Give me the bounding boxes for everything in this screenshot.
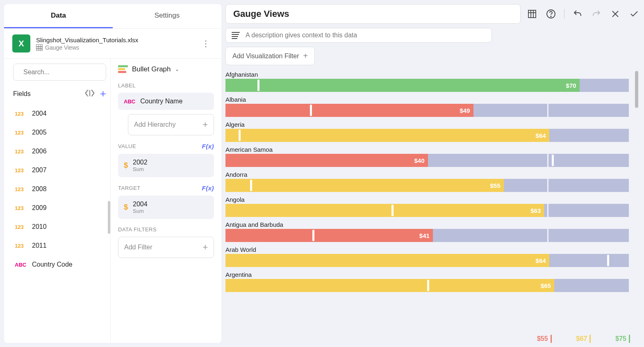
field-row[interactable]: 1232011 bbox=[13, 236, 106, 255]
text-type-icon: ABC bbox=[15, 262, 28, 268]
chart-row-label: Albania bbox=[225, 96, 630, 103]
chart-scrollbar[interactable] bbox=[635, 71, 638, 108]
number-type-icon: 123 bbox=[15, 224, 28, 230]
ai-suggest-icon[interactable] bbox=[85, 89, 94, 99]
field-row[interactable]: 1232004 bbox=[13, 104, 106, 123]
target-pill-name: 2004 bbox=[133, 201, 148, 208]
field-row[interactable]: 1232007 bbox=[13, 161, 106, 180]
legend-item: $67 bbox=[576, 335, 591, 343]
chart-value-fill bbox=[428, 279, 549, 292]
search-box[interactable] bbox=[13, 64, 106, 81]
number-type-icon: 123 bbox=[15, 130, 28, 136]
chart-row: Arab World$64 bbox=[225, 246, 630, 267]
tab-settings[interactable]: Settings bbox=[113, 4, 221, 28]
datasource-filename: Slingshot_Visualization_Tutorials.xlsx bbox=[36, 37, 193, 43]
chart-value-fill bbox=[225, 79, 428, 92]
field-row[interactable]: 1232005 bbox=[13, 123, 106, 142]
viz-type-picker[interactable]: Bullet Graph ⌄ bbox=[118, 65, 214, 73]
add-viz-filter-button[interactable]: Add Visualization Filter + bbox=[225, 47, 315, 65]
chart-value-fill bbox=[428, 79, 549, 92]
chart-row-label: Angola bbox=[225, 196, 630, 203]
number-type-icon: 123 bbox=[15, 205, 28, 211]
chart-value-fill: $65 bbox=[549, 279, 554, 292]
datasource-menu-button[interactable]: ⋮ bbox=[198, 39, 213, 48]
abc-type-icon: ABC bbox=[124, 98, 135, 105]
target-pill[interactable]: $ 2004 Sum bbox=[118, 196, 214, 219]
legend-value: $55 bbox=[537, 335, 548, 342]
field-row[interactable]: ABCCountry Code bbox=[13, 255, 106, 274]
chart-bar-track: $41 bbox=[225, 229, 630, 242]
chart-row-label: Argentina bbox=[225, 271, 630, 278]
help-button[interactable] bbox=[545, 8, 557, 20]
tab-data[interactable]: Data bbox=[4, 4, 113, 28]
excel-icon: X bbox=[12, 34, 30, 53]
legend-item: $75 bbox=[615, 335, 630, 343]
chart-bg-segment bbox=[548, 279, 629, 292]
chart-row: Antigua and Barbuda$41 bbox=[225, 221, 630, 242]
redo-button[interactable] bbox=[591, 8, 602, 20]
plus-icon: + bbox=[203, 119, 208, 130]
field-row[interactable]: 1232009 bbox=[13, 199, 106, 217]
section-label-label: LABEL bbox=[118, 82, 214, 89]
chart-row: Algeria$64 bbox=[225, 121, 630, 142]
value-pill[interactable]: $ 2002 Sum bbox=[118, 154, 214, 177]
number-type-icon: 123 bbox=[15, 148, 28, 155]
chart-value-fill: $70 bbox=[549, 79, 580, 92]
fields-list: 1232004123200512320061232007123200812320… bbox=[13, 104, 106, 338]
field-name: 2011 bbox=[32, 242, 47, 249]
chart-bg-segment bbox=[427, 229, 547, 242]
chart-row: Andorra$55 bbox=[225, 171, 630, 192]
fx-button-value[interactable]: F(x) bbox=[202, 143, 214, 150]
field-name: 2007 bbox=[32, 167, 47, 174]
right-panel: Add Visualization Filter + Afghanistan$7… bbox=[225, 4, 640, 343]
toolbar bbox=[526, 8, 640, 20]
add-viz-filter-label: Add Visualization Filter bbox=[232, 53, 299, 60]
chart-bg-segment bbox=[427, 154, 547, 167]
fx-button-target[interactable]: F(x) bbox=[202, 185, 214, 192]
chart-bar-track: $70 bbox=[225, 79, 630, 92]
target-pill-agg: Sum bbox=[133, 208, 148, 214]
chart-row: Albania$49 bbox=[225, 96, 630, 117]
chart-bg-segment bbox=[548, 154, 629, 167]
description-row[interactable] bbox=[225, 28, 492, 43]
close-button[interactable] bbox=[610, 8, 621, 20]
chart-target-marker bbox=[310, 105, 312, 116]
field-row[interactable]: 1232008 bbox=[13, 180, 106, 199]
search-input[interactable] bbox=[23, 68, 105, 76]
chart-row-label: Antigua and Barbuda bbox=[225, 221, 630, 228]
chart-value-fill: $64 bbox=[428, 129, 549, 142]
field-name: 2005 bbox=[32, 129, 47, 136]
chart-bg-segment bbox=[548, 104, 629, 117]
description-input[interactable] bbox=[246, 32, 486, 39]
chart-value-fill: $64 bbox=[428, 254, 549, 267]
chart-value-fill: $49 bbox=[428, 104, 473, 117]
datasource-header: X Slingshot_Visualization_Tutorials.xlsx… bbox=[4, 29, 221, 59]
chart-target-marker bbox=[250, 180, 252, 191]
chart-scroll[interactable]: Afghanistan$70Albania$49Algeria$64Americ… bbox=[225, 71, 640, 331]
add-field-button[interactable]: + bbox=[100, 87, 106, 100]
field-row[interactable]: 1232010 bbox=[13, 217, 106, 236]
label-pill-text: Country Name bbox=[140, 98, 182, 105]
viz-title-input[interactable] bbox=[225, 4, 521, 24]
field-row[interactable]: 1232006 bbox=[13, 142, 106, 161]
undo-button[interactable] bbox=[572, 8, 583, 20]
add-filter-label: Add Filter bbox=[124, 244, 152, 251]
add-hierarchy-button[interactable]: Add Hierarchy + bbox=[128, 114, 214, 135]
chart-target-marker bbox=[427, 280, 429, 291]
chart-target-marker bbox=[552, 155, 554, 166]
chart-target-marker bbox=[257, 80, 259, 91]
section-label-filters: DATA FILTERS bbox=[118, 226, 214, 233]
chart-row: Argentina$65 bbox=[225, 271, 630, 292]
table-view-button[interactable] bbox=[526, 8, 538, 20]
svg-point-7 bbox=[551, 16, 551, 17]
section-label-target: TARGET F(x) bbox=[118, 185, 214, 192]
legend-value: $67 bbox=[576, 335, 587, 342]
label-pill[interactable]: ABC Country Name bbox=[118, 93, 214, 110]
chart-bg-segment bbox=[548, 204, 629, 217]
chart-row-label: Arab World bbox=[225, 246, 630, 253]
add-filter-button[interactable]: Add Filter + bbox=[118, 237, 214, 258]
confirm-button[interactable] bbox=[628, 8, 640, 20]
chart-bg-segment bbox=[548, 229, 629, 242]
chart-legend: $55$67$75 bbox=[225, 331, 640, 343]
fields-scrollbar[interactable] bbox=[108, 201, 110, 234]
